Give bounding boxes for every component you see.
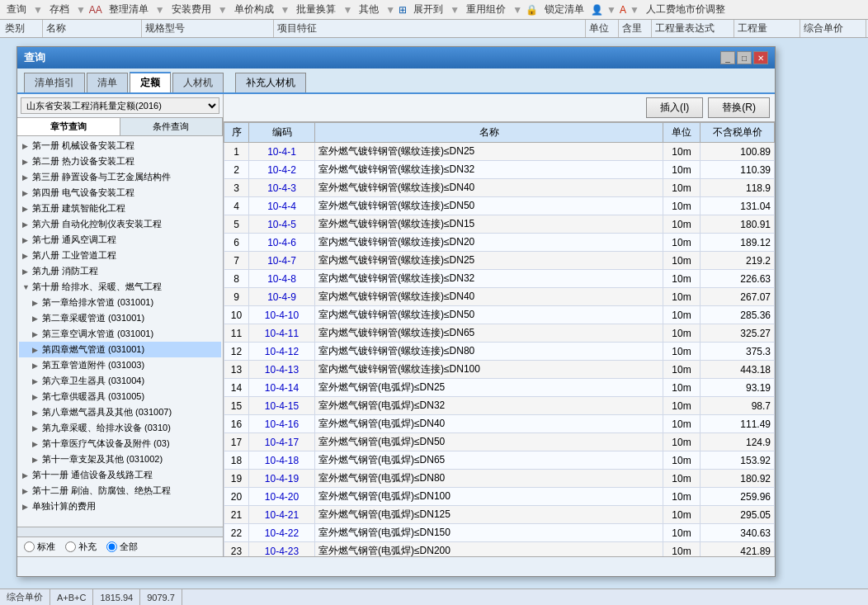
toolbar-item-icon: AA: [89, 4, 102, 16]
toolbar-item-expand[interactable]: 展开到: [410, 2, 446, 17]
toolbar-item-price[interactable]: 单价构成: [231, 2, 277, 17]
col-header-price: 综合单价: [800, 20, 866, 37]
col-header-unit: 单位: [586, 20, 619, 37]
col-header-qty: 工程量: [734, 20, 800, 37]
toolbar-a-icon: A: [620, 4, 626, 16]
toolbar-item-lock[interactable]: 锁定清单: [541, 2, 587, 17]
col-header-spec: 规格型号: [142, 20, 274, 37]
toolbar-item-reuse[interactable]: 重用组价: [463, 2, 509, 17]
toolbar-item-organize[interactable]: 整理清单: [106, 2, 152, 17]
toolbar-item-query[interactable]: 查询: [3, 2, 30, 17]
col-header-contain: 含里: [619, 20, 652, 37]
col-header-name: 名称: [43, 20, 142, 37]
column-headers: 类别 名称 规格型号 项目特征 单位 含里 工程量表达式 工程量 综合单价: [0, 20, 868, 38]
col-header-expr: 工程量表达式: [652, 20, 734, 37]
toolbar-item-fee[interactable]: 安装费用: [168, 2, 215, 17]
toolbar-item-other[interactable]: 其他: [356, 2, 382, 17]
toolbar-lock-icon: 🔒: [526, 4, 538, 16]
col-header-feature: 项目特征: [274, 20, 586, 37]
toolbar-item-price-adjust[interactable]: 人工费地市价调整: [643, 2, 729, 17]
toolbar-person-icon: 👤: [591, 4, 603, 16]
top-toolbar: 查询 ▼ 存档 ▼ AA 整理清单 ▼ 安装费用 ▼ 单价构成 ▼ 批量换算 ▼…: [0, 0, 868, 20]
toolbar-item-store[interactable]: 存档: [46, 2, 73, 17]
toolbar-item-batch[interactable]: 批量换算: [293, 2, 339, 17]
toolbar-expand-icon: ⊞: [399, 4, 407, 16]
col-header-type: 类别: [2, 20, 43, 37]
